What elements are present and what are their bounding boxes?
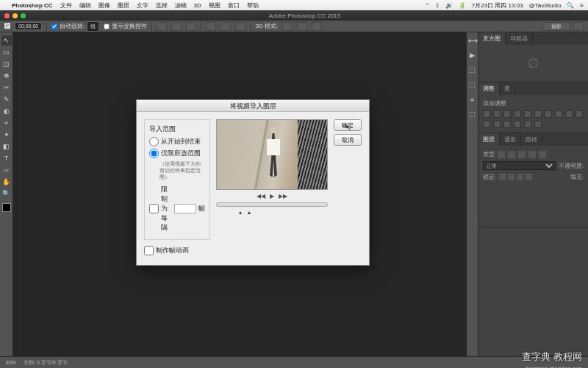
status-wifi-icon[interactable]: ⌃ [425, 2, 430, 9]
tab-paths[interactable]: 路径 [521, 133, 542, 146]
menu-layer[interactable]: 图层 [118, 1, 129, 10]
adj-selective-icon[interactable] [534, 121, 542, 128]
menu-help[interactable]: 帮助 [247, 1, 259, 10]
tab-libraries[interactable]: 库 [500, 82, 515, 95]
adj-threshold-icon[interactable] [514, 121, 521, 128]
limit-frames-checkbox[interactable]: 限制为每隔 帧 [149, 185, 205, 233]
lasso-tool-icon[interactable]: ◫ [1, 59, 12, 69]
shape-tool-icon[interactable]: ▱ [1, 165, 12, 175]
tab-histogram[interactable]: 直方图 [478, 32, 506, 45]
blend-mode-dropdown[interactable]: 正常 [483, 161, 556, 170]
show-transform-checkbox[interactable] [104, 24, 110, 29]
status-user[interactable]: @TaoStudio [529, 2, 562, 9]
3d-icon-3[interactable] [312, 22, 322, 31]
adj-posterize-icon[interactable] [503, 121, 511, 128]
status-battery-icon[interactable]: 🔋 [459, 2, 466, 9]
crop-tool-icon[interactable]: ✥ [1, 71, 12, 81]
distribute-icon-2[interactable] [220, 22, 231, 31]
adj-photofilter-icon[interactable] [565, 110, 573, 118]
play-button[interactable]: ▶ [270, 193, 274, 199]
tab-adjustments[interactable]: 调整 [478, 82, 500, 95]
adj-channelmixer-icon[interactable] [576, 110, 583, 118]
filter-pixel-icon[interactable] [498, 151, 505, 158]
distribute-icon-3[interactable] [235, 22, 245, 31]
move-tool-icon[interactable]: ↖ [1, 35, 12, 46]
menu-type[interactable]: 文字 [137, 1, 148, 10]
ps-logo-icon[interactable]: 🅿 [4, 23, 10, 29]
make-frame-animation-checkbox[interactable]: 制作帧动画 [144, 246, 210, 255]
search-icon[interactable] [573, 22, 584, 31]
eyedropper-tool-icon[interactable]: ✂ [1, 82, 12, 93]
spotlight-icon[interactable]: 🔍 [567, 2, 574, 9]
lock-all-icon[interactable] [526, 174, 532, 180]
adj-gradient-icon[interactable] [524, 121, 531, 128]
zoom-level[interactable]: 83% [6, 360, 16, 365]
dock-swatches-icon[interactable]: ⬚ [468, 81, 477, 90]
menu-3d[interactable]: 3D [194, 2, 201, 9]
adj-invert-icon[interactable] [493, 121, 501, 128]
adj-vibrance-icon[interactable] [524, 110, 531, 118]
rewind-button[interactable]: ◀◀ [257, 193, 265, 199]
menu-window[interactable]: 窗口 [228, 1, 240, 10]
adj-colorbalance-icon[interactable] [545, 110, 552, 118]
lock-pixels-icon[interactable] [508, 174, 514, 180]
adj-curves-icon[interactable] [503, 110, 511, 118]
minimize-window-button[interactable] [12, 13, 18, 18]
pen-tool-icon[interactable]: ◧ [1, 141, 12, 152]
dock-history-icon[interactable]: ⟷ [468, 37, 477, 46]
tab-channels[interactable]: 通道 [500, 133, 521, 146]
menu-image[interactable]: 图像 [98, 1, 110, 10]
dock-libraries-icon[interactable]: ⬚ [468, 110, 477, 119]
zoom-tool-icon[interactable]: 🔍 [1, 188, 12, 199]
brush-tool-icon[interactable]: ✎ [1, 94, 12, 105]
menu-view[interactable]: 视图 [209, 1, 220, 10]
gradient-tool-icon[interactable]: ⌖ [1, 118, 12, 128]
hand-tool-icon[interactable]: ✋ [1, 177, 12, 187]
dock-actions-icon[interactable]: ▶ [468, 52, 477, 60]
adj-colorlookup-icon[interactable] [483, 121, 490, 128]
status-bluetooth-icon[interactable]: ᛒ [436, 2, 440, 9]
menu-select[interactable]: 选择 [156, 1, 168, 10]
status-date[interactable]: 7月23日 周四 13:03 [472, 1, 523, 10]
radio-selected-range[interactable]: 仅限所选范围 [149, 149, 205, 158]
distribute-icon-1[interactable] [206, 22, 216, 31]
notification-center-icon[interactable]: ≡ [580, 2, 584, 9]
close-window-button[interactable] [4, 13, 10, 18]
adj-exposure-icon[interactable] [514, 110, 521, 118]
align-icon-2[interactable] [171, 22, 182, 31]
adj-bw-icon[interactable] [555, 110, 562, 118]
lock-position-icon[interactable] [517, 174, 523, 180]
stamp-tool-icon[interactable]: ◐ [1, 106, 12, 116]
fullscreen-window-button[interactable] [21, 13, 26, 18]
tab-layers[interactable]: 图层 [478, 133, 500, 146]
radio-all-range[interactable]: 从开始到结束 [149, 137, 205, 146]
align-icon-3[interactable] [186, 22, 196, 31]
3d-icon-1[interactable] [282, 22, 293, 31]
marquee-tool-icon[interactable]: ▭ [1, 47, 12, 57]
ok-button[interactable]: 确定 [334, 119, 362, 131]
tab-navigator[interactable]: 导航器 [506, 32, 533, 45]
adj-hue-icon[interactable] [534, 110, 542, 118]
timeline-slider[interactable]: ▴▴ [216, 202, 328, 207]
healing-tool-icon[interactable]: ✦ [1, 130, 12, 140]
menu-filter[interactable]: 滤镜 [175, 1, 187, 10]
filter-type-icon[interactable] [518, 151, 526, 158]
workspace-dropdown[interactable]: 摄影 [542, 22, 570, 31]
filter-smart-icon[interactable] [539, 151, 546, 158]
type-tool-icon[interactable]: T [1, 153, 12, 163]
adj-levels-icon[interactable] [493, 110, 501, 118]
menu-file[interactable]: 文件 [60, 1, 72, 10]
cancel-button[interactable]: 取消 [334, 134, 362, 146]
filter-adjust-icon[interactable] [508, 151, 515, 158]
forward-button[interactable]: ▶▶ [279, 193, 287, 199]
3d-icon-2[interactable] [297, 22, 307, 31]
dock-properties-icon[interactable]: ≡ [468, 96, 477, 105]
document-info[interactable]: 文档: 0 字节/0 字节 [24, 359, 68, 367]
status-volume-icon[interactable]: 🔊 [445, 2, 453, 9]
limit-frames-input[interactable] [174, 204, 196, 213]
autoselect-checkbox[interactable] [51, 24, 57, 29]
adj-brightness-icon[interactable] [483, 110, 490, 118]
menubar-app-name[interactable]: Photoshop CC [12, 2, 53, 9]
align-icon-1[interactable] [157, 22, 167, 31]
timeline-timecode[interactable]: 00;00;00 [15, 22, 42, 30]
